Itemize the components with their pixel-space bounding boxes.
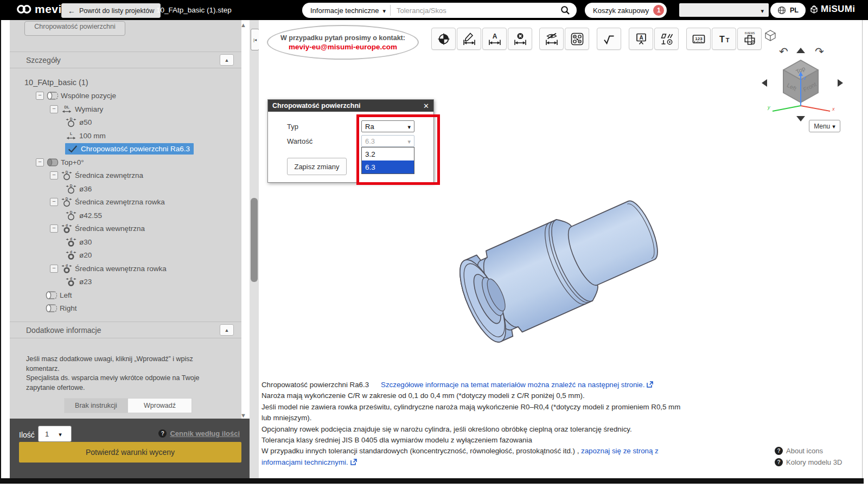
materials-info-link[interactable]: Szczegółowe informacje na temat materiał… xyxy=(381,381,644,389)
confirm-quote-button[interactable]: Potwierdź warunki wyceny xyxy=(19,442,241,463)
hide-dimension-button[interactable] xyxy=(539,28,564,50)
text-dimension-button[interactable]: A xyxy=(482,28,507,50)
cylinder-icon xyxy=(46,303,58,313)
cart-button[interactable]: Koszyk zakupowy 1 xyxy=(585,3,667,18)
rotate-east-icon[interactable] xyxy=(838,79,843,87)
tree-item-diameter-42-55[interactable]: ø42.55 xyxy=(10,209,241,222)
y-axis xyxy=(773,106,801,111)
sidebar-scroll-down-icon[interactable]: ▼ xyxy=(240,412,246,419)
surface-roughness-quick-button[interactable]: Chropowatość powierzchni xyxy=(24,21,125,36)
hole-pattern-button[interactable] xyxy=(565,28,589,50)
chevron-down-icon xyxy=(59,430,62,438)
collapse-node-icon[interactable] xyxy=(50,265,58,273)
collapse-node-icon[interactable] xyxy=(36,158,44,166)
type-select[interactable]: Ra xyxy=(361,120,414,132)
service-select[interactable] xyxy=(679,3,769,17)
value-select[interactable]: 6.3 xyxy=(361,135,414,147)
open-file-name: 10_FAtp_basic (1).step xyxy=(156,0,232,20)
tree-item-length-100[interactable]: 100 mm xyxy=(10,129,241,143)
collapse-additional-button[interactable]: ▲ xyxy=(220,324,234,336)
svg-text:T: T xyxy=(725,36,729,43)
external-link-icon[interactable] xyxy=(647,381,653,388)
collapse-node-icon[interactable] xyxy=(50,198,58,206)
tree-item-common-positions[interactable]: Wspólne pozycje xyxy=(10,89,241,103)
feature-tree: 10_FAtp_basic (1) Wspólne pozycje Wymiar… xyxy=(10,76,241,315)
model-colors-link[interactable]: ? Kolory modelu 3D xyxy=(775,458,842,466)
close-icon[interactable]: ✕ xyxy=(423,102,429,110)
delete-dimension-button[interactable] xyxy=(508,28,532,50)
selected-tree-item[interactable]: Chropowatość powierzchni Ra6.3 xyxy=(65,143,194,155)
tree-item-diameter-23[interactable]: ø23 xyxy=(10,275,241,289)
search-input[interactable] xyxy=(391,7,560,15)
quantity-select[interactable]: 1 xyxy=(38,426,72,442)
menu-label: Menu xyxy=(814,123,830,130)
language-button[interactable]: PL xyxy=(770,3,806,18)
annotation-label-button[interactable]: A xyxy=(629,28,653,50)
comment-instructions: Jeśli masz dodatkowe uwagi, kliknij „Wpr… xyxy=(26,355,215,393)
collapsed-left-panel xyxy=(1,20,10,478)
tree-item-outer-diameter[interactable]: Średnica zewnętrzna xyxy=(10,169,241,183)
tree-item-left-view[interactable]: Left xyxy=(10,288,241,302)
collapse-sidebar-button[interactable]: |◂ xyxy=(251,29,259,50)
tree-item-inner-diameter[interactable]: Średnica wewnętrzna xyxy=(10,222,241,236)
collapse-node-icon[interactable] xyxy=(50,224,58,233)
collapse-node-icon[interactable] xyxy=(36,92,44,100)
tree-root[interactable]: 10_FAtp_basic (1) xyxy=(10,76,241,89)
tree-item-right-view[interactable]: Right xyxy=(10,302,241,316)
rotate-left-icon[interactable]: ↶ xyxy=(779,46,788,57)
surface-roughness-button[interactable] xyxy=(597,28,621,50)
type-value: Ra xyxy=(365,123,407,131)
geometric-tolerance-icon xyxy=(660,33,674,46)
tree-item-inner-groove-diameter[interactable]: Średnica wewnętrzna rowka xyxy=(10,262,241,275)
tree-item-diameter-30[interactable]: ø30 xyxy=(10,235,241,249)
datum-target-button[interactable] xyxy=(431,28,456,50)
tree-item-diameter-20[interactable]: ø20 xyxy=(10,249,241,262)
tab-no-instruction[interactable]: Brak instrukcji xyxy=(64,398,128,413)
type-label: Typ xyxy=(287,123,298,131)
search-icon[interactable] xyxy=(560,5,570,15)
save-changes-button[interactable]: Zapisz zmiany xyxy=(287,158,347,175)
collapse-node-icon[interactable] xyxy=(50,105,58,113)
about-icons-link[interactable]: ? About icons xyxy=(775,447,823,455)
option-6-3-selected[interactable]: 6.3 xyxy=(362,160,414,174)
dimension-values-button[interactable]: 123 xyxy=(686,28,711,50)
rotate-west-icon[interactable] xyxy=(762,79,767,87)
x-axis xyxy=(801,106,830,111)
viewer-menu-button[interactable]: Menu xyxy=(809,120,840,132)
tree-item-dimensions[interactable]: Wymiary xyxy=(10,102,241,116)
price-link-label: Cennik według ilości xyxy=(170,429,240,438)
meviy-logo[interactable]: meviy xyxy=(16,3,68,16)
geometric-tolerance-button[interactable] xyxy=(654,28,679,50)
sidebar-scroll-up-icon[interactable]: ▲ xyxy=(240,22,246,28)
contact-email[interactable]: meviy-eu@misumi-europe.com xyxy=(289,43,397,51)
collapse-node-icon[interactable] xyxy=(50,171,58,179)
rotate-down-icon[interactable] xyxy=(796,116,805,121)
dialog-titlebar[interactable]: Chropowatość powierzchni ✕ xyxy=(268,100,433,112)
tab-enter-instruction[interactable]: Wprowadź xyxy=(128,398,192,413)
tree-item-outer-groove-diameter[interactable]: Średnica zewnętrzna rowka xyxy=(10,196,241,209)
tree-item-diameter-50[interactable]: ø50 xyxy=(10,116,241,130)
option-3-2[interactable]: 3.2 xyxy=(362,147,414,160)
tree-item-diameter-36[interactable]: ø36 xyxy=(10,182,241,196)
external-link-icon[interactable] xyxy=(350,459,357,465)
search-category-select[interactable]: Informacje techniczne xyxy=(302,7,382,15)
check-icon xyxy=(67,144,79,154)
rotate-right-icon[interactable]: ↷ xyxy=(815,46,824,57)
outer-diameter-icon xyxy=(61,197,73,207)
text-size-button[interactable]: T T xyxy=(712,28,736,50)
cube-mode-icon[interactable] xyxy=(765,30,775,41)
tree-item-surface-roughness[interactable]: Chropowatość powierzchni Ra6.3 xyxy=(10,143,241,156)
svg-text:123: 123 xyxy=(695,36,703,41)
price-by-quantity-link[interactable]: ? Cennik według ilości xyxy=(158,429,240,438)
chevron-down-icon[interactable] xyxy=(382,5,386,15)
tree-label: Left xyxy=(60,291,72,299)
misumi-logo[interactable]: MiSUMi xyxy=(809,4,855,15)
tree-label: Wspólne pozycje xyxy=(61,92,116,100)
3d-viewer: W przypadku pytań prosimy o kontakt: mev… xyxy=(259,20,862,478)
rotate-up-icon[interactable] xyxy=(796,48,805,53)
sidebar-scrollbar-thumb[interactable] xyxy=(251,198,258,282)
edit-dimension-button[interactable] xyxy=(457,28,481,50)
collapse-details-button[interactable]: ▲ xyxy=(220,54,234,66)
back-to-projects-button[interactable]: Powrót do listy projektów xyxy=(61,3,161,18)
tree-item-top-view[interactable]: Top+0° xyxy=(10,156,241,169)
